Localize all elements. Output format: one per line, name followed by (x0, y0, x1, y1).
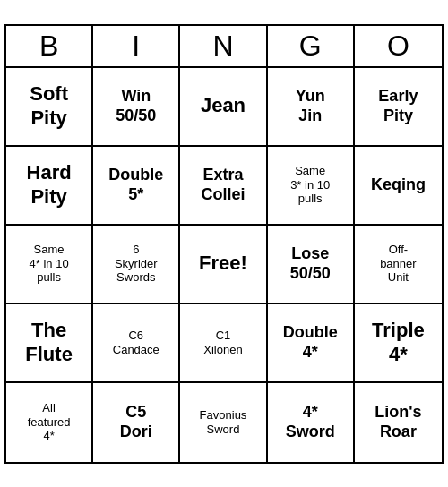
cell-text: Keqing (371, 175, 426, 195)
bingo-cell: Early Pity (355, 68, 442, 147)
cell-text: C5 Dori (120, 403, 152, 441)
cell-text: All featured 4* (28, 401, 71, 443)
bingo-cell: Soft Pity (6, 68, 93, 147)
header-letter: N (180, 26, 267, 66)
cell-text: Free! (199, 252, 247, 275)
cell-text: Early Pity (378, 87, 418, 125)
cell-text: Double 4* (283, 323, 338, 362)
bingo-cell: 6 Skyrider Swords (93, 226, 180, 304)
bingo-cell: C5 Dori (93, 383, 180, 462)
cell-text: Same 3* in 10 pulls (290, 164, 330, 206)
bingo-cell: Keqing (355, 147, 442, 226)
bingo-cell: Favonius Sword (180, 383, 267, 462)
cell-text: C1 Xilonen (203, 329, 242, 356)
header-letter: O (355, 26, 442, 66)
cell-text: Win 50/50 (116, 87, 156, 125)
bingo-cell: Triple 4* (355, 304, 442, 383)
cell-text: C6 Candace (113, 329, 159, 356)
bingo-cell: C6 Candace (93, 304, 180, 383)
bingo-cell: All featured 4* (6, 383, 93, 462)
bingo-cell: Double 5* (93, 147, 180, 226)
cell-text: Favonius Sword (200, 408, 247, 436)
cell-text: Hard Pity (27, 161, 72, 209)
header-letter: I (93, 26, 180, 66)
bingo-cell: Same 3* in 10 pulls (268, 147, 355, 226)
bingo-cell: Double 4* (268, 304, 355, 383)
bingo-cell: Lose 50/50 (268, 226, 355, 304)
bingo-cell: Free! (180, 226, 267, 304)
bingo-cell: C1 Xilonen (180, 304, 267, 383)
header-letter: G (268, 26, 355, 66)
cell-text: The Flute (25, 319, 73, 366)
cell-text: Off- banner Unit (380, 243, 416, 285)
cell-text: Soft Pity (30, 82, 68, 130)
bingo-card: BINGO Soft PityWin 50/50JeanYun JinEarly… (4, 24, 444, 464)
cell-text: Yun Jin (296, 87, 325, 125)
bingo-cell: Jean (180, 68, 267, 147)
bingo-cell: 4* Sword (268, 383, 355, 462)
bingo-cell: Lion's Roar (355, 383, 442, 462)
bingo-cell: Yun Jin (268, 68, 355, 147)
bingo-cell: Same 4* in 10 pulls (6, 226, 93, 304)
bingo-cell: Hard Pity (6, 147, 93, 226)
cell-text: Lose 50/50 (290, 244, 331, 283)
bingo-cell: The Flute (6, 304, 93, 383)
bingo-grid: Soft PityWin 50/50JeanYun JinEarly PityH… (6, 68, 442, 462)
cell-text: 4* Sword (286, 403, 335, 441)
header-letter: B (6, 26, 93, 66)
cell-text: Jean (201, 94, 246, 117)
cell-text: Double 5* (108, 166, 163, 204)
cell-text: Extra Collei (201, 166, 245, 204)
bingo-cell: Off- banner Unit (355, 226, 442, 304)
cell-text: 6 Skyrider Swords (115, 243, 158, 285)
bingo-cell: Extra Collei (180, 147, 267, 226)
cell-text: Lion's Roar (375, 403, 421, 441)
cell-text: Same 4* in 10 pulls (30, 243, 69, 285)
bingo-cell: Win 50/50 (93, 68, 180, 147)
cell-text: Triple 4* (372, 319, 425, 366)
bingo-header: BINGO (6, 26, 442, 68)
